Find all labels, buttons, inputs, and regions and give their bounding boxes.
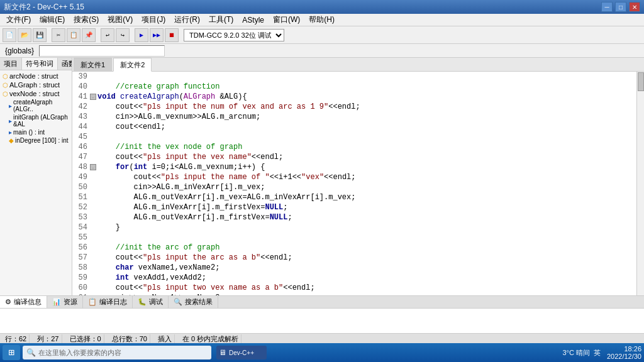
code-line-51[interactable]: ALG.m_outVexArr[i].m_vex=ALG.m_inVexArr[…: [97, 192, 355, 202]
code-line-59[interactable]: int vexAdd1,vexAdd2;: [97, 273, 206, 283]
code-line-56[interactable]: //init the arc of graph: [97, 243, 219, 253]
code-line-52[interactable]: ALG.m_inVexArr[i].m_firstVex=NULL;: [97, 202, 287, 212]
close-button[interactable]: ✕: [629, 2, 640, 12]
code-editor[interactable]: 39 40 //create graph function 41 - void …: [72, 72, 644, 295]
compiler-select[interactable]: TDM-GCC 9.2.0 32位 调试: [184, 29, 284, 41]
status-row: 行：62: [3, 334, 30, 344]
code-line-45[interactable]: [97, 132, 102, 142]
compile-log-label: 编译日志: [99, 297, 127, 307]
toolbar: 📄 📂 💾 ✂ 📋 📌 ↩ ↪ ▶ ▶▶ ⏹ TDM-GCC 9.2.0 32位…: [0, 26, 644, 44]
new-button[interactable]: 📄: [3, 28, 16, 42]
taskbar-search-label: 在这里输入你要搜索的内容: [38, 348, 121, 358]
undo-button[interactable]: ↩: [101, 28, 114, 42]
menu-file[interactable]: 文件(F): [3, 13, 35, 26]
code-line-39[interactable]: [97, 72, 102, 82]
tree-item-main[interactable]: ▸ main () : int: [8, 128, 70, 136]
tree-item-indegree[interactable]: ◆ inDegree [100] : int: [8, 136, 70, 145]
code-tab-2[interactable]: 新文件2: [113, 58, 152, 72]
vertical-scrollbar[interactable]: [636, 72, 644, 295]
tree-item-createalgraph[interactable]: ▸ createAlgraph (ALGr..: [8, 98, 70, 113]
tree-item-algraph[interactable]: ⬡ ALGraph : struct: [1, 80, 70, 89]
code-line-40[interactable]: //create graph function: [97, 82, 219, 92]
symbol-toolbar: {globals}: [0, 44, 644, 58]
fold-42: [90, 102, 97, 112]
taskbar-app-devcpp[interactable]: 🖥 Dev-C++: [216, 346, 267, 359]
menu-project[interactable]: 项目(J): [138, 13, 169, 26]
minimize-button[interactable]: ─: [601, 2, 613, 12]
menu-edit[interactable]: 编辑(E): [36, 13, 69, 26]
code-row-45: 45: [72, 132, 636, 142]
line-num-49: 49: [72, 172, 90, 182]
code-line-43[interactable]: cin>>ALG.m_vexnum>>ALG.m_arcnum;: [97, 112, 260, 122]
menu-run[interactable]: 运行(R): [170, 13, 204, 26]
code-line-42[interactable]: cout<<"pls input the num of vex and arc …: [97, 102, 360, 112]
code-line-48[interactable]: for(int i=0;i<ALG.m_vexnum;i++) {: [97, 162, 265, 172]
code-line-41[interactable]: void createAlgraph(ALGraph &ALG){: [97, 92, 247, 102]
status-selected: 已选择：0: [67, 334, 104, 344]
menu-search[interactable]: 搜索(S): [70, 13, 103, 26]
save-button[interactable]: 💾: [33, 28, 47, 42]
bottom-tab-resources[interactable]: 📊 资源: [47, 296, 83, 308]
code-line-49[interactable]: cout<<"pls input the name of "<<i+1<<"ve…: [97, 172, 356, 182]
tab-functions[interactable]: 符号和词: [22, 58, 58, 70]
compile-info-icon: ⚙: [5, 298, 11, 306]
code-line-55[interactable]: [97, 233, 102, 243]
code-line-47[interactable]: cout<<"pls input the vex name"<<endl;: [97, 152, 283, 162]
menu-astyle[interactable]: AStyle: [238, 14, 268, 26]
code-line-58[interactable]: char vexName1,vexName2;: [97, 263, 219, 273]
code-line-61[interactable]: cin>>vexName1>>vexName2;: [97, 293, 225, 295]
bottom-tab-bar: ⚙ 编译信息 📊 资源 📋 编译日志 🐛 调试 🔍 搜索结果: [0, 295, 644, 308]
bottom-tab-search-results[interactable]: 🔍 搜索结果: [169, 296, 218, 308]
line-num-41: 41: [72, 92, 90, 102]
code-line-57[interactable]: cout<<"pls input the arc as a b"<<endl;: [97, 253, 292, 263]
code-line-60[interactable]: cout<<"pls input two vex name as a b"<<e…: [97, 283, 315, 293]
code-line-53[interactable]: ALG.m_outVexArr[i].m_firstVex=NULL;: [97, 212, 292, 222]
tab-extra[interactable]: 函数: [58, 58, 72, 70]
fold-52: [90, 202, 97, 212]
code-tab-1[interactable]: 新文件1: [74, 58, 112, 71]
bottom-tab-compile-info[interactable]: ⚙ 编译信息: [0, 296, 47, 308]
line-num-39: 39: [72, 72, 90, 82]
code-line-50[interactable]: cin>>ALG.m_inVexArr[i].m_vex;: [97, 182, 265, 192]
code-row-53: 53 ALG.m_outVexArr[i].m_firstVex=NULL;: [72, 212, 636, 222]
tree-item-vexnode[interactable]: ⬡ vexNode : struct: [1, 89, 70, 98]
bottom-tab-debug[interactable]: 🐛 调试: [133, 296, 169, 308]
scrollbar-thumb[interactable]: [638, 72, 644, 91]
tree-item-arcnode[interactable]: ⬡ arcNode : struct: [1, 72, 70, 80]
compile-info-label: 编译信息: [14, 297, 42, 307]
tree-label-createalgraph: createAlgraph (ALGr..: [13, 99, 69, 112]
menu-help[interactable]: 帮助(H): [305, 13, 338, 26]
tab-symbols[interactable]: 项目: [0, 58, 22, 70]
systray-weather: 3°C 晴间: [562, 348, 590, 358]
fold-46: [90, 142, 97, 152]
menu-tools[interactable]: 工具(T): [205, 13, 237, 26]
taskbar-search[interactable]: 🔍 在这里输入你要搜索的内容: [23, 346, 211, 359]
bottom-tab-compile-log[interactable]: 📋 编译日志: [83, 296, 133, 308]
code-line-44[interactable]: cout<<endl;: [97, 122, 165, 132]
start-button[interactable]: ⊞: [3, 345, 20, 360]
maximize-button[interactable]: □: [615, 2, 626, 12]
menu-window[interactable]: 窗口(W): [269, 13, 304, 26]
cut-button[interactable]: ✂: [52, 28, 65, 42]
compile-button[interactable]: ▶: [135, 28, 148, 42]
search-results-label: 搜索结果: [185, 297, 213, 307]
fold-41[interactable]: -: [90, 92, 97, 102]
run-button[interactable]: ▶▶: [150, 28, 164, 42]
code-row-61: 61 cin>>vexName1>>vexName2;: [72, 293, 636, 295]
symbol-filter-input[interactable]: [39, 45, 165, 57]
fold-48[interactable]: -: [90, 162, 97, 172]
menu-view[interactable]: 视图(V): [104, 13, 136, 26]
fold-54: [90, 222, 97, 233]
line-num-59: 59: [72, 273, 90, 283]
code-line-46[interactable]: //init the vex node of graph: [97, 142, 242, 152]
stop-button[interactable]: ⏹: [165, 28, 179, 42]
fold-56: [90, 243, 97, 253]
code-row-50: 50 cin>>ALG.m_inVexArr[i].m_vex;: [72, 182, 636, 192]
paste-button[interactable]: 📌: [82, 28, 96, 42]
tree-item-initgraph[interactable]: ▸ initGraph (ALGraph &AL: [8, 113, 70, 128]
copy-button[interactable]: 📋: [67, 28, 80, 42]
code-line-54[interactable]: }: [97, 222, 120, 233]
clock-date: 2022/12/30: [607, 353, 641, 360]
open-button[interactable]: 📂: [18, 28, 31, 42]
redo-button[interactable]: ↪: [116, 28, 130, 42]
